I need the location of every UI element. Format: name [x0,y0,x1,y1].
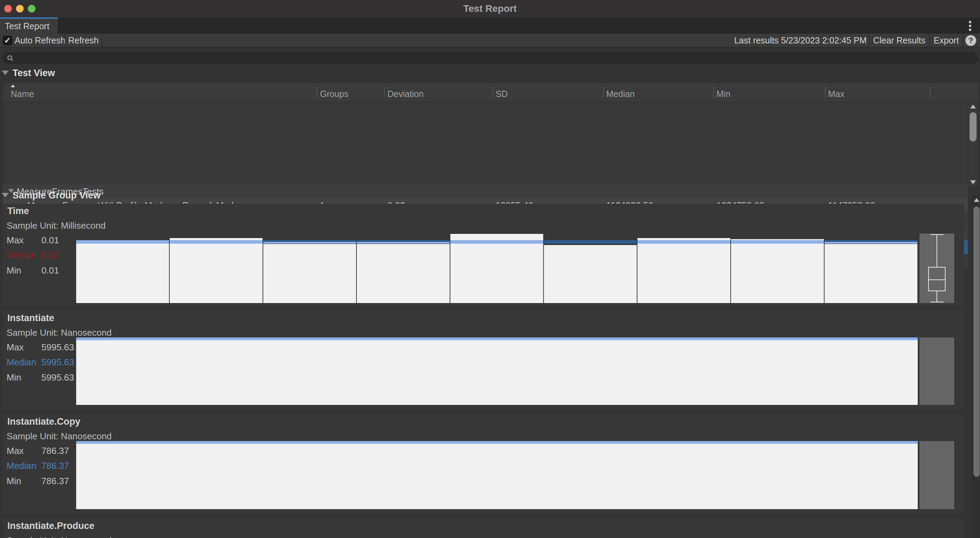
sample-view-scrollbar[interactable] [972,195,980,538]
stat-min: Min5995.63 [6,372,21,383]
last-results-label: Last results 5/23/2023 2:02:45 PM [734,35,867,45]
sample-group-title: Instantiate.Produce [7,521,95,532]
chart-bar [450,234,543,303]
sample-unit-label: Sample Unit: Nanosecond [6,535,111,538]
sample-group-view-header[interactable]: Sample Group View [0,190,278,200]
auto-refresh-checkbox[interactable]: ✓ [3,36,12,45]
chart-bar [824,244,917,303]
median-line-segment [638,240,730,244]
table-scrollbar[interactable] [968,103,978,186]
refresh-button[interactable]: Refresh [65,34,102,47]
scroll-up-icon[interactable] [974,198,979,202]
search-input[interactable] [2,52,978,64]
chart-bar [638,238,730,303]
help-icon[interactable]: ? [966,35,976,46]
column-header-min[interactable]: Min [716,89,730,99]
scrollbar-thumb[interactable] [970,112,977,141]
sample-group-panel: Instantiate.ProduceSample Unit: Nanoseco… [2,519,964,538]
stat-max: Max5995.63 [6,342,24,353]
sample-group-panel: InstantiateSample Unit: NanosecondMax599… [2,311,964,409]
scroll-up-icon[interactable] [970,105,976,108]
table-header: NameGroupsDeviationSDMedianMinMax [3,83,978,102]
toolbar-separator [963,34,963,47]
stat-max: Max786.37 [6,446,24,456]
sort-ascending-icon [11,84,15,87]
tab-label: Test Report [5,21,49,31]
stat-median: Median5995.63 [6,357,36,368]
scrollbar-thumb[interactable] [974,206,980,477]
sample-unit-label: Sample Unit: Nanosecond [6,431,111,442]
column-divider[interactable] [317,87,317,98]
stat-min-value: 0.01 [41,265,59,276]
box-plot-panel [920,233,954,303]
stat-max-value: 786.37 [41,446,69,456]
foldout-arrow-icon[interactable] [2,193,9,197]
median-line-segment [824,240,917,244]
sample-group-panel: Instantiate.CopySample Unit: NanosecondM… [2,414,964,514]
chart-bar [731,239,824,303]
median-line-segment [544,240,637,244]
box-plot-box [928,267,946,291]
search-icon [7,55,14,62]
column-divider[interactable] [930,87,931,98]
stat-median-value: 786.37 [41,460,69,471]
sample-group-title: Time [7,206,29,216]
foldout-arrow-icon[interactable] [2,71,9,75]
export-button[interactable]: Export [930,34,963,47]
column-header-median[interactable]: Median [606,89,635,99]
chart-bar [76,338,918,405]
sample-group-title: Instantiate [7,313,54,324]
median-line-segment [76,338,918,340]
median-line-segment [76,240,169,244]
chart-bar [170,238,262,303]
stat-median: Median0.01 [6,250,36,261]
window-title: Test Report [0,0,980,17]
column-divider[interactable] [603,87,604,98]
stat-min-value: 5995.63 [41,372,74,383]
sample-group-title: Instantiate.Copy [7,416,80,427]
column-header-name[interactable]: Name [11,89,34,99]
stat-median: Median786.37 [6,460,36,471]
stat-min-value: 786.37 [41,476,69,487]
chart-bar [76,243,169,303]
stat-min: Min0.01 [6,265,21,276]
stat-median-value: 0.01 [41,250,59,261]
toolbar-separator [102,34,102,47]
chart-bar [76,441,918,509]
column-header-groups[interactable]: Groups [320,89,348,99]
column-header-sd[interactable]: SD [496,89,508,99]
box-plot-panel [920,441,954,509]
chart-bar [263,244,356,303]
column-header-max[interactable]: Max [828,89,844,99]
toolbar: ✓ Auto Refresh Refresh Last results 5/23… [0,34,980,48]
clear-results-button[interactable]: Clear Results [869,34,929,47]
median-line-segment [731,240,824,244]
column-divider[interactable] [825,87,826,98]
column-divider[interactable] [492,87,493,98]
test-view-header[interactable]: Test View [0,68,208,78]
sample-unit-label: Sample Unit: Nanosecond [6,327,111,338]
sample-unit-label: Sample Unit: Millisecond [6,221,106,231]
box-plot-median-line [928,279,946,280]
column-divider[interactable] [713,87,714,98]
box-plot-whisker-cap [930,302,943,302]
test-view-title: Test View [13,68,55,78]
column-header-deviation[interactable]: Deviation [387,89,423,99]
auto-refresh-label[interactable]: Auto Refresh [14,35,65,45]
tab-bar: Test Report [0,17,980,34]
test-results-table: NameGroupsDeviationSDMedianMinMax Measur… [2,83,978,186]
tab-test-report[interactable]: Test Report [0,17,58,34]
stat-max-value: 0.01 [41,235,59,246]
median-line-segment [76,441,918,444]
median-line-segment [450,240,543,244]
stat-max-value: 5995.63 [41,342,74,353]
sample-group-panel: TimeSample Unit: MillisecondMax0.01Media… [2,204,964,306]
kebab-menu-icon[interactable] [969,21,972,30]
median-line-segment [170,240,262,244]
median-line-segment [357,240,450,244]
column-divider[interactable] [384,87,385,98]
median-line-segment [263,240,356,244]
box-plot-panel [920,338,954,405]
stat-max: Max0.01 [6,235,24,246]
scroll-down-icon[interactable] [970,180,976,184]
